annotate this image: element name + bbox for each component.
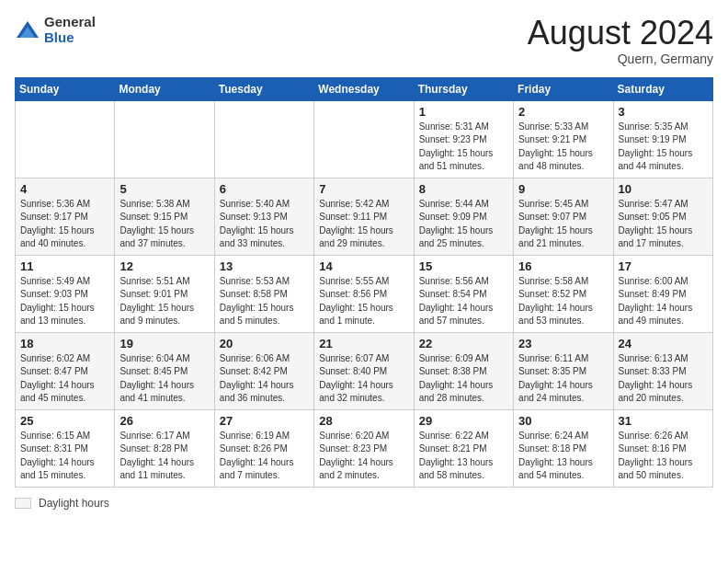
day-info: Sunrise: 5:51 AM Sunset: 9:01 PM Dayligh… — [119, 275, 209, 328]
day-info: Sunrise: 6:24 AM Sunset: 8:18 PM Dayligh… — [518, 430, 608, 483]
calendar-week-row: 18Sunrise: 6:02 AM Sunset: 8:47 PM Dayli… — [16, 332, 713, 409]
calendar-cell: 3Sunrise: 5:35 AM Sunset: 9:19 PM Daylig… — [613, 100, 712, 178]
day-info: Sunrise: 6:22 AM Sunset: 8:21 PM Dayligh… — [419, 430, 508, 483]
calendar-cell: 25Sunrise: 6:15 AM Sunset: 8:31 PM Dayli… — [16, 409, 115, 487]
day-info: Sunrise: 6:15 AM Sunset: 8:31 PM Dayligh… — [20, 430, 109, 483]
logo: General Blue — [15, 15, 96, 45]
calendar-cell: 12Sunrise: 5:51 AM Sunset: 9:01 PM Dayli… — [115, 255, 214, 332]
day-info: Sunrise: 5:49 AM Sunset: 9:03 PM Dayligh… — [20, 275, 109, 328]
day-number: 9 — [518, 182, 608, 196]
calendar-cell: 23Sunrise: 6:11 AM Sunset: 8:35 PM Dayli… — [514, 332, 613, 409]
logo-blue: Blue — [44, 30, 96, 46]
day-number: 31 — [619, 414, 708, 428]
calendar-cell: 4Sunrise: 5:36 AM Sunset: 9:17 PM Daylig… — [16, 178, 115, 255]
day-number: 23 — [518, 337, 608, 350]
day-info: Sunrise: 6:26 AM Sunset: 8:16 PM Dayligh… — [619, 430, 708, 483]
day-number: 21 — [319, 337, 408, 350]
calendar-cell: 2Sunrise: 5:33 AM Sunset: 9:21 PM Daylig… — [514, 100, 613, 178]
logo-icon — [15, 17, 40, 43]
calendar-cell: 10Sunrise: 5:47 AM Sunset: 9:05 PM Dayli… — [613, 178, 712, 255]
day-info: Sunrise: 6:04 AM Sunset: 8:45 PM Dayligh… — [119, 352, 209, 406]
calendar-cell: 7Sunrise: 5:42 AM Sunset: 9:11 PM Daylig… — [314, 178, 414, 255]
day-info: Sunrise: 6:20 AM Sunset: 8:23 PM Dayligh… — [319, 430, 408, 483]
day-number: 12 — [119, 259, 209, 273]
calendar-cell: 14Sunrise: 5:55 AM Sunset: 8:56 PM Dayli… — [314, 255, 414, 332]
day-number: 6 — [220, 182, 309, 196]
calendar-cell: 18Sunrise: 6:02 AM Sunset: 8:47 PM Dayli… — [16, 332, 115, 409]
day-info: Sunrise: 5:42 AM Sunset: 9:11 PM Dayligh… — [319, 198, 408, 251]
calendar-cell: 16Sunrise: 5:58 AM Sunset: 8:52 PM Dayli… — [514, 255, 613, 332]
calendar-week-row: 25Sunrise: 6:15 AM Sunset: 8:31 PM Dayli… — [16, 409, 713, 487]
daylight-box — [15, 498, 31, 509]
day-number: 19 — [119, 337, 209, 350]
day-number: 7 — [319, 182, 408, 196]
day-number: 28 — [319, 414, 408, 428]
calendar-cell: 17Sunrise: 6:00 AM Sunset: 8:49 PM Dayli… — [613, 255, 712, 332]
day-info: Sunrise: 5:55 AM Sunset: 8:56 PM Dayligh… — [319, 275, 408, 328]
calendar-cell: 20Sunrise: 6:06 AM Sunset: 8:42 PM Dayli… — [214, 332, 313, 409]
day-number: 14 — [319, 259, 408, 273]
day-info: Sunrise: 5:47 AM Sunset: 9:05 PM Dayligh… — [619, 198, 708, 251]
calendar-cell: 8Sunrise: 5:44 AM Sunset: 9:09 PM Daylig… — [414, 178, 513, 255]
calendar-cell: 15Sunrise: 5:56 AM Sunset: 8:54 PM Dayli… — [414, 255, 513, 332]
day-number: 1 — [419, 105, 508, 119]
day-info: Sunrise: 6:19 AM Sunset: 8:26 PM Dayligh… — [220, 430, 309, 483]
footer: Daylight hours — [15, 497, 713, 510]
day-info: Sunrise: 5:33 AM Sunset: 9:21 PM Dayligh… — [518, 121, 608, 174]
day-number: 4 — [20, 182, 109, 196]
logo-text: General Blue — [44, 15, 96, 45]
calendar-cell — [314, 100, 414, 178]
day-number: 10 — [619, 182, 708, 196]
calendar-cell: 13Sunrise: 5:53 AM Sunset: 8:58 PM Dayli… — [214, 255, 313, 332]
calendar-header: SundayMondayTuesdayWednesdayThursdayFrid… — [16, 77, 713, 100]
day-info: Sunrise: 5:45 AM Sunset: 9:07 PM Dayligh… — [518, 198, 608, 251]
day-number: 27 — [220, 414, 309, 428]
day-number: 11 — [20, 259, 109, 273]
day-number: 15 — [419, 259, 508, 273]
day-number: 25 — [20, 414, 109, 428]
calendar-cell: 27Sunrise: 6:19 AM Sunset: 8:26 PM Dayli… — [214, 409, 313, 487]
day-info: Sunrise: 5:31 AM Sunset: 9:23 PM Dayligh… — [419, 121, 508, 174]
day-header: Tuesday — [214, 77, 313, 100]
day-number: 17 — [619, 259, 708, 273]
calendar: SundayMondayTuesdayWednesdayThursdayFrid… — [15, 77, 713, 488]
calendar-cell: 28Sunrise: 6:20 AM Sunset: 8:23 PM Dayli… — [314, 409, 414, 487]
day-number: 13 — [220, 259, 309, 273]
day-info: Sunrise: 5:44 AM Sunset: 9:09 PM Dayligh… — [419, 198, 508, 251]
daylight-label: Daylight hours — [39, 497, 109, 510]
day-number: 8 — [419, 182, 508, 196]
day-info: Sunrise: 6:02 AM Sunset: 8:47 PM Dayligh… — [20, 352, 109, 406]
day-info: Sunrise: 6:09 AM Sunset: 8:38 PM Dayligh… — [419, 352, 508, 406]
day-info: Sunrise: 5:38 AM Sunset: 9:15 PM Dayligh… — [119, 198, 209, 251]
day-info: Sunrise: 6:00 AM Sunset: 8:49 PM Dayligh… — [619, 275, 708, 328]
day-header: Wednesday — [314, 77, 414, 100]
day-info: Sunrise: 6:13 AM Sunset: 8:33 PM Dayligh… — [619, 352, 708, 406]
day-number: 30 — [518, 414, 608, 428]
page-header: General Blue August 2024 Quern, Germany — [15, 15, 713, 66]
calendar-cell — [115, 100, 214, 178]
day-info: Sunrise: 6:11 AM Sunset: 8:35 PM Dayligh… — [518, 352, 608, 406]
day-info: Sunrise: 5:40 AM Sunset: 9:13 PM Dayligh… — [220, 198, 309, 251]
day-number: 29 — [419, 414, 508, 428]
month-year: August 2024 — [528, 15, 713, 52]
title-block: August 2024 Quern, Germany — [528, 15, 713, 66]
day-number: 24 — [619, 337, 708, 350]
calendar-cell: 5Sunrise: 5:38 AM Sunset: 9:15 PM Daylig… — [115, 178, 214, 255]
logo-general: General — [44, 15, 96, 30]
calendar-week-row: 1Sunrise: 5:31 AM Sunset: 9:23 PM Daylig… — [16, 100, 713, 178]
day-number: 26 — [119, 414, 209, 428]
day-info: Sunrise: 6:07 AM Sunset: 8:40 PM Dayligh… — [319, 352, 408, 406]
day-info: Sunrise: 6:06 AM Sunset: 8:42 PM Dayligh… — [220, 352, 309, 406]
day-header: Sunday — [16, 77, 115, 100]
calendar-week-row: 4Sunrise: 5:36 AM Sunset: 9:17 PM Daylig… — [16, 178, 713, 255]
day-header: Thursday — [414, 77, 513, 100]
calendar-cell: 31Sunrise: 6:26 AM Sunset: 8:16 PM Dayli… — [613, 409, 712, 487]
day-info: Sunrise: 5:35 AM Sunset: 9:19 PM Dayligh… — [619, 121, 708, 174]
day-info: Sunrise: 5:56 AM Sunset: 8:54 PM Dayligh… — [419, 275, 508, 328]
calendar-cell: 6Sunrise: 5:40 AM Sunset: 9:13 PM Daylig… — [214, 178, 313, 255]
calendar-cell: 22Sunrise: 6:09 AM Sunset: 8:38 PM Dayli… — [414, 332, 513, 409]
calendar-cell: 24Sunrise: 6:13 AM Sunset: 8:33 PM Dayli… — [613, 332, 712, 409]
location: Quern, Germany — [528, 52, 713, 66]
day-number: 22 — [419, 337, 508, 350]
calendar-cell: 30Sunrise: 6:24 AM Sunset: 8:18 PM Dayli… — [514, 409, 613, 487]
